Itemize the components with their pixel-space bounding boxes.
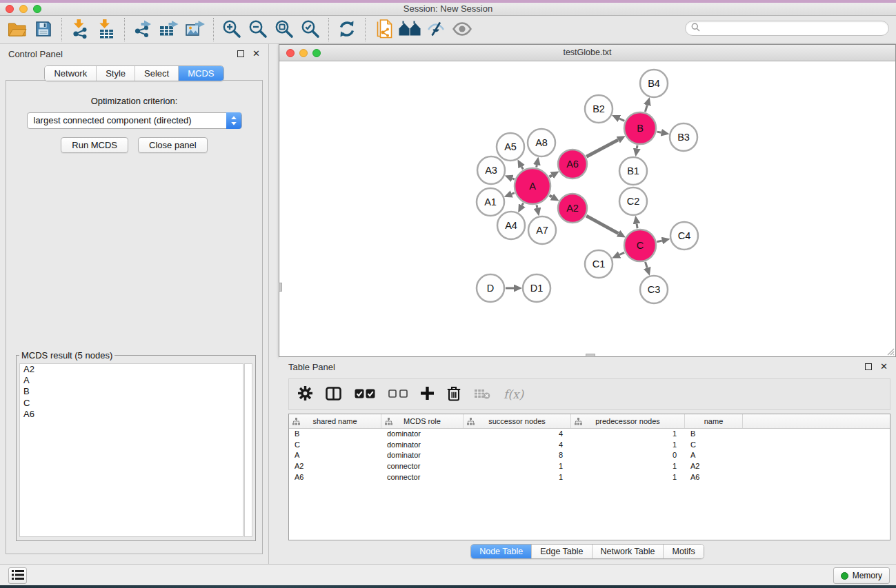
edge-A-A6[interactable] [550,175,552,176]
table-row[interactable]: Cdominator41C [289,440,890,451]
mcds-result-list[interactable]: A2ABCA6 [19,363,243,537]
column-header-MCDS-role[interactable]: MCDS role [381,414,464,428]
close-panel-button[interactable]: Close panel [138,137,208,153]
column-header-name[interactable]: name [685,414,743,428]
minimize-network-window-button[interactable] [299,49,308,57]
vertical-scroll-stub[interactable] [279,283,282,292]
edge-B-B2[interactable] [619,119,624,121]
hide-selection-button[interactable] [423,17,449,42]
new-network-from-selection-button[interactable] [370,17,397,42]
node-table: shared nameMCDS rolesuccessor nodesprede… [288,414,890,540]
table-body: Bdominator41BCdominator41CAdominator80AA… [289,429,890,483]
minimize-window-button[interactable] [19,5,28,13]
control-panel: Control Panel ✕ Optimization criterion: … [0,44,269,564]
tab-edge-table[interactable]: Edge Table [531,545,591,558]
export-network-button[interactable] [130,17,156,42]
zoom-window-button[interactable] [33,5,41,13]
tab-network-table[interactable]: Network Table [592,545,664,558]
mcds-result-item[interactable]: B [20,386,243,397]
first-neighbors-button[interactable] [397,17,423,42]
tab-motifs[interactable]: Motifs [663,545,703,558]
edge-A-A1[interactable] [512,193,515,194]
show-all-button[interactable] [449,17,475,42]
task-history-button[interactable] [8,567,27,584]
open-session-button[interactable] [4,17,30,42]
delete-table-button[interactable] [474,388,490,401]
export-image-button[interactable] [182,17,208,42]
cell-name: A6 [685,472,743,483]
close-network-window-button[interactable] [286,49,295,57]
cell-predecessor-nodes: 1 [571,472,685,483]
edge-A-A7[interactable] [537,205,537,207]
table-row[interactable]: Adominator80A [289,450,890,461]
edge-B-B3[interactable] [657,132,661,132]
mcds-result-item[interactable]: A6 [20,409,243,420]
close-window-button[interactable] [6,5,14,13]
node-label-A4: A4 [505,220,517,231]
cell-shared-name: A6 [289,472,381,483]
import-table-button[interactable] [93,17,119,42]
import-network-button[interactable] [67,17,93,42]
run-mcds-button[interactable]: Run MCDS [61,137,128,153]
edge-A-A5[interactable] [521,167,523,170]
memory-button[interactable]: Memory [833,567,890,584]
tab-style[interactable]: Style [96,66,135,81]
zoom-out-button[interactable] [245,17,271,42]
edge-C-C1[interactable] [619,252,624,254]
tab-mcds[interactable]: MCDS [178,66,223,81]
select-all-columns-button[interactable] [355,389,375,401]
refresh-button[interactable] [334,17,360,42]
table-row[interactable]: Bdominator41B [289,429,890,440]
cell-shared-name: A [289,450,381,461]
network-canvas[interactable]: B4B2BB3A5A8A6A3B1AA1C2A2A4A7C4CC1C3DD1 [279,61,895,356]
table-row[interactable]: A2connector11A2 [289,461,890,472]
column-header-predecessor-nodes[interactable]: predecessor nodes [571,414,685,428]
cell-shared-name: C [289,440,381,451]
column-header-successor-nodes[interactable]: successor nodes [464,414,571,428]
delete-column-button[interactable] [447,386,461,403]
tab-node-table[interactable]: Node Table [471,545,531,558]
node-label-B3: B3 [677,132,690,143]
optimization-criterion-select[interactable]: largest connected component (directed) [27,112,242,129]
close-panel-icon[interactable]: ✕ [252,50,260,57]
cell-successor-nodes: 4 [464,440,571,451]
table-row[interactable]: A6connector11A6 [289,472,890,483]
mcds-result-item[interactable]: A [20,375,243,386]
search-input[interactable] [704,23,883,33]
resize-grip-icon[interactable] [886,347,895,356]
close-table-panel-icon[interactable]: ✕ [880,363,888,370]
mcds-result-item[interactable]: C [20,398,243,409]
delete-table-icon [474,388,490,401]
table-settings-button[interactable] [298,386,312,403]
mcds-result-scrollbar[interactable] [244,363,252,537]
tab-network[interactable]: Network [45,66,96,81]
edge-C-C2[interactable] [637,224,637,229]
edge-A6-B[interactable] [586,140,618,156]
edge-C-C3[interactable] [646,262,648,268]
edge-A-A8[interactable] [537,165,537,167]
edge-B-B1[interactable] [637,145,637,149]
tab-select[interactable]: Select [135,66,178,81]
column-header-shared-name[interactable]: shared name [289,414,381,428]
zoom-fit-button[interactable] [271,17,297,42]
edge-A2-C[interactable] [586,216,618,234]
mcds-result-item[interactable]: A2 [20,364,243,375]
edge-C-C4[interactable] [657,241,661,242]
edge-B-B4[interactable] [645,105,647,112]
zoom-network-window-button[interactable] [312,49,321,57]
edge-A-A2[interactable] [550,196,552,197]
float-table-panel-icon[interactable] [865,363,872,370]
zoom-selected-button[interactable] [297,17,323,42]
deselect-all-columns-button[interactable] [388,389,408,400]
edge-A-A4[interactable] [522,203,524,205]
create-column-button[interactable] [421,387,434,402]
zoom-in-button[interactable] [219,17,245,42]
float-panel-icon[interactable] [237,50,244,57]
import-network-icon [71,19,90,41]
save-session-button[interactable] [30,17,57,42]
show-column-panel-button[interactable] [326,387,341,403]
function-builder-button[interactable]: f(x) [504,387,524,401]
edge-A-A3[interactable] [512,179,515,179]
export-table-button[interactable] [156,17,182,42]
search-field[interactable] [685,21,889,36]
